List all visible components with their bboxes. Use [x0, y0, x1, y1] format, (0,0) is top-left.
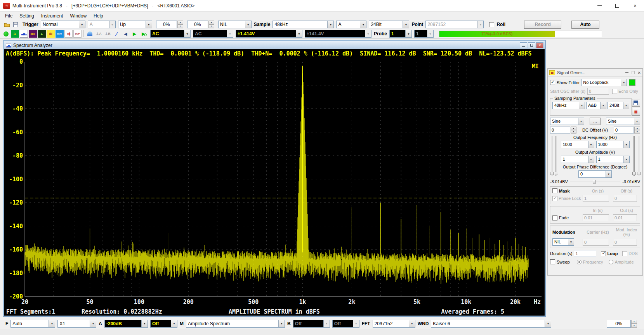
siggen-maximize-button[interactable]	[632, 71, 635, 75]
sample-rate-select[interactable]: 48kHz▼	[273, 21, 334, 28]
reference-b-icon[interactable]: ⊥B	[104, 30, 112, 38]
bit-depth-select[interactable]: 24Bit▼	[369, 21, 409, 28]
dc-offset-a-input[interactable]: 0	[550, 127, 570, 134]
siggen-save-button[interactable]	[632, 99, 640, 107]
display-mode-select[interactable]: Amplitude Spectrum▼	[186, 320, 285, 328]
trigger-source-select: A▼	[88, 21, 116, 28]
amplitude-slider-a[interactable]	[551, 136, 552, 176]
sweep-frequency-label: Frequency	[583, 260, 603, 264]
menu-item-instrument[interactable]: Instrument	[38, 12, 67, 19]
output-frequency-a-select[interactable]: 1000▼	[561, 141, 594, 148]
sweep-amplitude-label: Amplitude	[615, 260, 634, 264]
siggen-titlebar[interactable]: ≋ Signal Gener... ✕	[548, 69, 642, 77]
frequency-axis-mode-select[interactable]: Auto▼	[10, 320, 55, 328]
menu-item-file[interactable]: File	[2, 12, 16, 19]
siggen-channels-select[interactable]: A&B▼	[586, 102, 606, 109]
calibration-icon[interactable]: ∕	[113, 30, 121, 38]
balance-slider[interactable]	[570, 179, 620, 184]
fft-size-select[interactable]: 2097152▼	[373, 320, 415, 328]
waveform-a-select[interactable]: Sine▼	[550, 118, 584, 125]
output-amplitude-b-select[interactable]: 1▼	[596, 156, 630, 163]
siggen-minimize-button[interactable]	[625, 71, 628, 75]
maximize-button[interactable]	[608, 0, 626, 11]
spectrum-restore-button[interactable]	[528, 42, 535, 48]
reference-a-icon[interactable]: ⊥A	[95, 30, 103, 38]
waveform-more-button[interactable]: ...	[590, 118, 601, 125]
spectrum-chart[interactable]: 20501002005001k2k5k10k20kHz0-20-40-60-80…	[4, 58, 545, 308]
loopback-select[interactable]: No Loopback▼	[581, 79, 627, 86]
sound-card-icon[interactable]: ◀	[122, 30, 130, 38]
siggen-close-button[interactable]: ✕	[638, 71, 641, 75]
siggen-icon: ≋	[549, 70, 555, 75]
spectrum-window-titlebar[interactable]: ▂▅▃ Spectrum Analyzer ×	[4, 41, 545, 49]
frequency-slider-b[interactable]	[633, 136, 635, 176]
a-range-select[interactable]: -200dB▼	[104, 320, 148, 328]
overlap-spinner[interactable]: 0%▲▼	[607, 320, 637, 328]
dut-icon[interactable]: DUT	[56, 30, 64, 38]
probe-a-select[interactable]: 1▼	[389, 30, 412, 38]
run-hold-icon[interactable]: ▶	[139, 30, 148, 38]
output-phase-select[interactable]: 0▼	[578, 170, 612, 178]
trigger-level-spinner[interactable]: 0%▲▼	[156, 21, 183, 28]
mask-checkbox[interactable]	[552, 188, 557, 193]
menu-item-setting[interactable]: Setting	[16, 12, 37, 19]
sweep-frequency-radio	[577, 260, 582, 264]
multimeter-icon[interactable]: 888	[29, 30, 37, 38]
oscilloscope-icon[interactable]	[2, 30, 10, 38]
view-toolbar: F Auto▼ X1▼ A -200dB▼ Off▼ M Amplitude S…	[0, 318, 644, 329]
modulation-type-select[interactable]: NIL▼	[552, 238, 574, 246]
svg-text:-100: -100	[9, 176, 23, 183]
svg-text:5k: 5k	[413, 299, 420, 305]
menu-item-help[interactable]: Help	[90, 12, 107, 19]
fade-checkbox[interactable]	[552, 215, 557, 220]
roll-checkbox[interactable]	[489, 22, 494, 27]
trigger-edge-select[interactable]: Up▼	[118, 21, 152, 28]
run-icon[interactable]: ▶	[130, 30, 139, 38]
signal-generator-icon[interactable]: ≈	[11, 30, 19, 38]
sample-channel-select[interactable]: A▼	[336, 21, 366, 28]
spectrum-close-button[interactable]: ×	[536, 42, 543, 48]
show-editor-checkbox[interactable]	[550, 80, 555, 85]
waveform-b-select[interactable]: Sine▼	[606, 118, 640, 125]
svg-text:-20: -20	[12, 82, 23, 89]
probe-b-select: 1▼	[414, 30, 434, 38]
duration-input[interactable]: 1	[574, 250, 596, 257]
ddp-viewer-icon[interactable]: DDP	[73, 30, 82, 38]
measurement-readout: A(dBFS): Peak Frequency= 1.0000160 kHz T…	[4, 49, 545, 58]
minimize-button[interactable]	[590, 0, 608, 11]
siggen-bits-select[interactable]: 24Bit▼	[608, 102, 629, 109]
window-function-select[interactable]: Kaiser 6▼	[431, 320, 551, 328]
save-file-icon[interactable]	[12, 21, 20, 28]
trigger-delay-spinner[interactable]: 0%▲▼	[187, 21, 214, 28]
spectrum-3d-plot-icon[interactable]: ▲	[38, 30, 46, 38]
a-mode-select[interactable]: Off▼	[150, 320, 177, 328]
open-file-icon[interactable]	[3, 21, 11, 28]
close-button[interactable]: ×	[626, 0, 644, 11]
siggen-sample-rate-select[interactable]: 48kHz▼	[552, 102, 585, 109]
counter-icon[interactable]	[86, 30, 94, 38]
frequency-slider-a[interactable]	[555, 136, 557, 176]
siggen-run-indicator[interactable]	[629, 79, 635, 86]
sweep-checkbox[interactable]	[550, 259, 555, 264]
trigger-mode-select[interactable]: Normal▼	[41, 21, 85, 28]
carrier-label: Carrier (Hz)	[583, 230, 613, 234]
x-multiplier-select[interactable]: X1▼	[57, 320, 96, 328]
amplitude-slider-b[interactable]	[638, 136, 639, 176]
dc-offset-label: DC Offset (V)	[582, 128, 608, 132]
dc-offset-b-input[interactable]: 0	[614, 127, 634, 134]
coupling-a-select[interactable]: AC▼	[150, 30, 191, 38]
loop-checkbox[interactable]	[601, 251, 606, 256]
siggen-channel-config-button[interactable]: ≣	[632, 108, 640, 116]
auto-button[interactable]: Auto	[571, 21, 599, 29]
fade-group: In (s) Out (s) Fade 0.01 0.01	[550, 206, 640, 224]
menu-item-window[interactable]: Window	[66, 12, 90, 19]
spectrum-minimize-button[interactable]	[520, 42, 527, 48]
data-logger-icon[interactable]: ≋	[47, 30, 55, 38]
spectrum-plot[interactable]: 20501002005001k2k5k10k20kHz0-20-40-60-80…	[4, 58, 545, 308]
output-amplitude-a-select[interactable]: 1▼	[561, 156, 594, 163]
output-frequency-b-select[interactable]: 1000▼	[596, 141, 630, 148]
hpf-select[interactable]: NIL▼	[218, 21, 252, 28]
spectrum-analyzer-icon[interactable]: ▃▅▂	[20, 30, 28, 38]
range-a-select[interactable]: ±1.414V▼	[236, 30, 302, 38]
device-test-plan-icon[interactable]: ⇉	[64, 30, 73, 38]
